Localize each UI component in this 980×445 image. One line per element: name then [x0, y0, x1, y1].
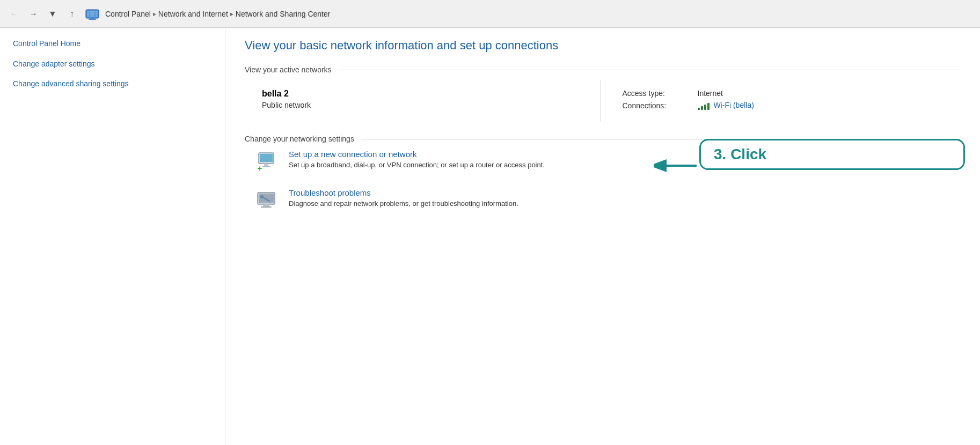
recent-locations-button[interactable]: ▼	[45, 6, 60, 21]
breadcrumb-network-internet[interactable]: Network and Internet	[158, 10, 228, 18]
troubleshoot-text: Troubleshoot problems Diagnose and repai…	[289, 188, 961, 207]
sidebar-change-adapter[interactable]: Change adapter settings	[13, 59, 212, 70]
setup-connection-text: Set up a new connection or network	[289, 150, 961, 169]
signal-bar-2	[701, 106, 703, 110]
svg-rect-11	[262, 166, 270, 167]
folder-icon	[84, 5, 101, 23]
troubleshoot-link[interactable]: Troubleshoot problems	[289, 188, 961, 197]
breadcrumb-sep-1: ▸	[153, 10, 156, 18]
active-networks-label: View your active networks	[245, 65, 961, 74]
networking-settings-section: Change your networking settings	[245, 135, 961, 214]
forward-button[interactable]: →	[26, 6, 41, 21]
svg-point-19	[260, 195, 264, 198]
breadcrumb-network-sharing[interactable]: Network and Sharing Center	[236, 10, 331, 18]
network-left: bella 2 Public network	[245, 80, 601, 122]
back-button[interactable]: ←	[6, 6, 21, 21]
svg-rect-16	[263, 204, 269, 206]
network-name: bella 2	[262, 89, 601, 99]
access-type-value: Internet	[698, 89, 723, 98]
callout-container: 3. Click	[654, 139, 793, 183]
network-info-block: bella 2 Public network Access type: Inte…	[245, 80, 961, 122]
svg-rect-3	[89, 19, 96, 20]
svg-rect-9	[260, 154, 273, 162]
connections-label: Connections:	[623, 101, 687, 110]
svg-rect-10	[264, 164, 268, 166]
page-title: View your basic network information and …	[245, 39, 961, 53]
content-area: View your basic network information and …	[225, 28, 980, 445]
svg-text:+: +	[258, 164, 262, 173]
svg-rect-17	[261, 206, 272, 208]
setup-connection-icon: +	[253, 150, 279, 175]
callout-bubble: 3. Click	[699, 139, 965, 170]
troubleshoot-option: Troubleshoot problems Diagnose and repai…	[253, 188, 961, 214]
network-type: Public network	[262, 101, 601, 109]
troubleshoot-desc: Diagnose and repair network problems, or…	[289, 199, 961, 207]
breadcrumb: Control Panel ▸ Network and Internet ▸ N…	[105, 10, 330, 18]
access-type-label: Access type:	[623, 89, 687, 98]
connections-value: Wi-Fi (bella)	[698, 101, 754, 110]
svg-rect-1	[87, 11, 98, 17]
network-right: Access type: Internet Connections: Wi-Fi	[601, 80, 961, 122]
signal-icon	[698, 101, 710, 110]
signal-bar-4	[707, 103, 710, 110]
sidebar-change-advanced-sharing[interactable]: Change advanced sharing settings	[13, 79, 212, 90]
setup-connection-link[interactable]: Set up a new connection or network	[289, 150, 416, 159]
sidebar: Control Panel Home Change adapter settin…	[0, 28, 225, 445]
breadcrumb-sep-2: ▸	[230, 10, 233, 18]
troubleshoot-icon	[253, 188, 279, 214]
sidebar-control-panel-home[interactable]: Control Panel Home	[13, 39, 212, 49]
svg-rect-2	[90, 17, 94, 19]
signal-bar-1	[698, 108, 700, 110]
access-type-row: Access type: Internet	[623, 89, 961, 98]
address-bar: ← → ▼ ↑ Control Panel ▸ Network and Inte…	[0, 0, 980, 28]
connections-row: Connections: Wi-Fi (bella)	[623, 101, 961, 110]
signal-bar-3	[704, 105, 706, 110]
wifi-link[interactable]: Wi-Fi (bella)	[713, 101, 754, 109]
breadcrumb-control-panel[interactable]: Control Panel	[105, 10, 151, 18]
svg-rect-15	[259, 194, 274, 203]
up-button[interactable]: ↑	[64, 6, 79, 21]
setup-connection-option: + Set up a new connection or network	[253, 150, 961, 175]
main-layout: Control Panel Home Change adapter settin…	[0, 28, 980, 445]
